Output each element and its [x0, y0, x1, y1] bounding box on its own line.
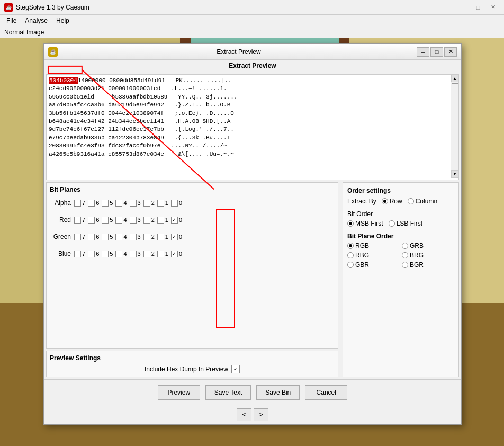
green-bit-6[interactable]: 6 — [88, 234, 101, 240]
rbg-radio[interactable] — [347, 252, 354, 258]
alpha-bit-3[interactable]: 3 — [130, 200, 142, 207]
green-check-2[interactable] — [143, 234, 150, 240]
alpha-bit-6[interactable]: 6 — [88, 200, 101, 207]
alpha-check-5[interactable] — [102, 200, 109, 207]
green-check-7[interactable] — [74, 234, 81, 240]
blue-bit-2[interactable]: 2 — [143, 251, 156, 257]
green-bit-4[interactable]: 4 — [115, 234, 128, 240]
lsb-first-option[interactable]: LSB First — [389, 220, 422, 227]
green-check-1[interactable] — [157, 234, 164, 240]
red-bit-1[interactable]: 1 — [157, 217, 170, 224]
include-hex-checkbox[interactable] — [231, 365, 240, 373]
cancel-button[interactable]: Cancel — [305, 385, 347, 400]
red-check-7[interactable] — [74, 217, 81, 224]
gbr-radio[interactable] — [347, 262, 354, 268]
alpha-bit-1[interactable]: 1 — [157, 200, 170, 207]
red-check-6[interactable] — [88, 217, 95, 224]
alpha-check-2[interactable] — [143, 200, 150, 207]
red-bit-2[interactable]: 2 — [143, 217, 156, 224]
blue-check-6[interactable] — [88, 251, 95, 257]
lsb-first-radio[interactable] — [389, 220, 395, 227]
dialog-maximize-button[interactable]: □ — [430, 47, 443, 57]
blue-check-2[interactable] — [143, 251, 150, 257]
red-bit-6[interactable]: 6 — [88, 217, 101, 224]
blue-bit-7[interactable]: 7 — [74, 251, 87, 257]
green-bit-0[interactable]: 0 — [171, 234, 184, 240]
menu-file[interactable]: File — [2, 16, 21, 25]
save-text-button[interactable]: Save Text — [205, 385, 251, 400]
dialog-titlebar[interactable]: ☕ Extract Preview – □ ✕ — [44, 44, 461, 60]
minimize-button[interactable]: – — [456, 3, 470, 12]
alpha-bit-0[interactable]: 0 — [171, 200, 184, 207]
rgb-radio[interactable] — [347, 243, 354, 249]
preview-button[interactable]: Preview — [158, 385, 200, 400]
scroll-thumb[interactable] — [452, 83, 458, 84]
alpha-check-1[interactable] — [157, 200, 164, 207]
red-bit-0[interactable]: 0 — [171, 217, 184, 224]
grb-option[interactable]: GRB — [402, 242, 454, 249]
alpha-bit-5[interactable]: 5 — [102, 200, 114, 207]
blue-bit-3[interactable]: 3 — [130, 251, 142, 257]
msb-first-radio[interactable] — [347, 220, 354, 227]
red-check-1[interactable] — [157, 217, 164, 224]
green-check-0[interactable] — [171, 234, 178, 240]
dialog-minimize-button[interactable]: – — [417, 47, 429, 57]
green-check-5[interactable] — [102, 234, 109, 240]
blue-bit-0[interactable]: 0 — [171, 251, 184, 257]
red-check-2[interactable] — [143, 217, 150, 224]
alpha-check-0[interactable] — [171, 200, 178, 207]
brg-option[interactable]: BRG — [402, 252, 454, 259]
blue-check-1[interactable] — [157, 251, 164, 257]
grb-radio[interactable] — [402, 243, 408, 249]
blue-bit-1[interactable]: 1 — [157, 251, 170, 257]
alpha-bit-4[interactable]: 4 — [115, 200, 128, 207]
blue-bit-6[interactable]: 6 — [88, 251, 101, 257]
blue-check-4[interactable] — [115, 251, 122, 257]
blue-bit-4[interactable]: 4 — [115, 251, 128, 257]
bgr-option[interactable]: BGR — [402, 261, 454, 269]
green-bit-5[interactable]: 5 — [102, 234, 114, 240]
dialog-close-button[interactable]: ✕ — [444, 47, 457, 57]
red-check-4[interactable] — [115, 217, 122, 224]
red-bit-7[interactable]: 7 — [74, 217, 87, 224]
extract-by-column-option[interactable]: Column — [408, 198, 437, 205]
blue-check-3[interactable] — [130, 251, 137, 257]
extract-by-row-option[interactable]: Row — [382, 198, 402, 205]
nav-back-button[interactable]: < — [237, 408, 251, 421]
green-bit-1[interactable]: 1 — [157, 234, 170, 240]
blue-bit-5[interactable]: 5 — [102, 251, 114, 257]
green-check-4[interactable] — [115, 234, 122, 240]
brg-radio[interactable] — [402, 252, 408, 258]
green-bit-3[interactable]: 3 — [130, 234, 142, 240]
alpha-bit-2[interactable]: 2 — [143, 200, 156, 207]
close-button[interactable]: ✕ — [486, 3, 500, 12]
red-check-3[interactable] — [130, 217, 137, 224]
green-bit-2[interactable]: 2 — [143, 234, 156, 240]
rgb-option[interactable]: RGB — [347, 242, 400, 249]
bgr-radio[interactable] — [402, 262, 408, 268]
blue-check-5[interactable] — [102, 251, 109, 257]
red-bit-5[interactable]: 5 — [102, 217, 114, 224]
red-bit-4[interactable]: 4 — [115, 217, 128, 224]
alpha-check-4[interactable] — [115, 200, 122, 207]
nav-forward-button[interactable]: > — [254, 408, 268, 421]
menu-help[interactable]: Help — [52, 16, 74, 25]
alpha-check-3[interactable] — [130, 200, 137, 207]
extract-by-row-radio[interactable] — [382, 198, 388, 204]
alpha-check-6[interactable] — [88, 200, 95, 207]
scroll-down-arrow[interactable]: ▼ — [451, 170, 458, 177]
save-bin-button[interactable]: Save Bin — [256, 385, 300, 400]
green-bit-7[interactable]: 7 — [74, 234, 87, 240]
menu-analyse[interactable]: Analyse — [21, 16, 52, 25]
blue-check-0[interactable] — [171, 251, 178, 257]
green-check-6[interactable] — [88, 234, 95, 240]
rbg-option[interactable]: RBG — [347, 252, 400, 259]
green-check-3[interactable] — [130, 234, 137, 240]
alpha-check-7[interactable] — [74, 200, 81, 207]
red-check-5[interactable] — [102, 217, 109, 224]
extract-by-column-radio[interactable] — [408, 198, 414, 204]
gbr-option[interactable]: GBR — [347, 261, 400, 269]
maximize-button[interactable]: □ — [471, 3, 485, 12]
scroll-up-arrow[interactable]: ▲ — [451, 75, 458, 82]
msb-first-option[interactable]: MSB First — [347, 220, 383, 227]
